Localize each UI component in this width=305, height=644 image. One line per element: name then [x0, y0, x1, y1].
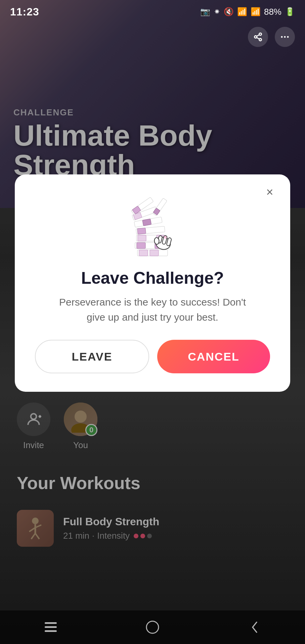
svg-point-6	[284, 36, 286, 38]
status-bar: 11:23 📷 ⁕ 🔇 📶 📶 88% 🔋	[0, 0, 305, 23]
svg-point-0	[259, 33, 262, 35]
svg-rect-47	[146, 621, 159, 633]
svg-line-3	[257, 38, 259, 39]
cancel-button[interactable]: CANCEL	[157, 340, 270, 373]
svg-rect-45	[45, 626, 57, 628]
nav-back-button[interactable]	[241, 614, 268, 641]
svg-rect-20	[142, 219, 151, 226]
battery-status: 88%	[264, 7, 281, 17]
bluetooth-icon: ⁕	[214, 7, 220, 16]
nav-home-button[interactable]	[139, 614, 166, 641]
leave-button[interactable]: LEAVE	[35, 340, 149, 373]
dialog-message: Perseverance is the key to success! Don'…	[55, 294, 250, 325]
camera-icon: 📷	[200, 7, 210, 16]
svg-point-5	[281, 36, 283, 38]
status-icons: 📷 ⁕ 🔇 📶 📶 88% 🔋	[200, 7, 295, 17]
dialog-title: Leave Challenge?	[81, 268, 224, 288]
nav-menu-button[interactable]	[37, 614, 64, 641]
battery-icon: 🔋	[285, 7, 295, 16]
bottom-navigation	[0, 610, 305, 644]
more-options-button[interactable]	[275, 27, 295, 47]
dialog-buttons: LEAVE CANCEL	[35, 340, 270, 373]
close-dialog-button[interactable]: ×	[261, 184, 278, 201]
svg-rect-9	[139, 250, 148, 256]
top-actions	[248, 27, 295, 47]
status-time: 11:23	[10, 6, 39, 18]
svg-rect-12	[137, 243, 145, 249]
leave-challenge-dialog: ×	[15, 174, 290, 392]
svg-point-2	[259, 39, 262, 41]
svg-point-1	[255, 36, 257, 38]
share-button[interactable]	[248, 27, 268, 47]
signal-icon: 📶	[251, 7, 261, 16]
svg-rect-10	[150, 250, 159, 256]
svg-line-4	[257, 35, 259, 37]
svg-point-31	[154, 237, 160, 245]
svg-rect-44	[45, 622, 57, 624]
wifi-icon: 📶	[237, 7, 247, 16]
svg-rect-46	[45, 630, 57, 632]
mute-icon: 🔇	[224, 7, 234, 16]
svg-rect-15	[138, 235, 146, 241]
svg-rect-18	[137, 228, 146, 234]
jenga-illustration	[119, 191, 186, 258]
svg-point-7	[287, 36, 289, 38]
